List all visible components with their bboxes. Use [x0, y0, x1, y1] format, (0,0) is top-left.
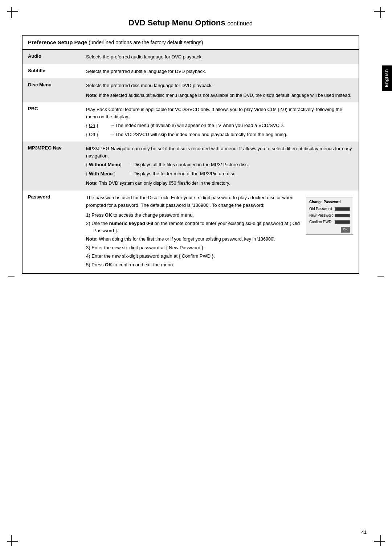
corner-mark-bl-h [7, 541, 18, 542]
side-dash-right [377, 276, 384, 277]
option-label-mp3jpeg: MP3/JPEG Nav [23, 142, 81, 191]
mp3jpeg-option-with: { With Menu } – Displays the folder menu… [86, 170, 353, 177]
pbc-option-on: { On } – The index menu (if available) w… [86, 122, 353, 129]
option-desc-subtitle: Selects the preferred subtitle language … [81, 64, 359, 79]
option-label-discmenu: Disc Menu [23, 78, 81, 102]
ok-button[interactable]: OK [341, 227, 350, 233]
corner-mark-bl-v [11, 535, 12, 546]
list-item: 5) Press OK to confirm and exit the menu… [86, 261, 301, 269]
change-password-ui: Change Password Old Password New Passwor… [306, 194, 353, 270]
change-password-dialog: Change Password Old Password New Passwor… [306, 197, 353, 235]
new-password-row: New Password [309, 213, 350, 218]
pbc-option-off: { Off } – The VCD/SVCD will skip the ind… [86, 131, 353, 138]
list-item: 2) Use the numeric keypad 0-9 on the rem… [86, 220, 301, 234]
section-header-note: (underlined options are the factory defa… [89, 40, 203, 45]
table-row: Disc Menu Selects the preferred disc men… [23, 78, 359, 102]
new-password-input [335, 214, 350, 217]
table-row: PBC Play Back Control feature is applica… [23, 102, 359, 142]
corner-mark-tl-h [7, 11, 18, 12]
section-header-bold: Preference Setup Page [28, 39, 87, 45]
discmenu-note: Note: If the selected audio/subtitle/dis… [86, 92, 353, 99]
password-text: The password is used for the Disc Lock. … [86, 194, 301, 270]
confirm-pwd-input [335, 220, 350, 224]
table-row: Password The password is used for the Di… [23, 191, 359, 273]
option-desc-audio: Selects the preferred audio language for… [81, 50, 359, 64]
list-item: Note: When doing this for the first time… [86, 235, 301, 243]
corner-mark-br-h [374, 541, 385, 542]
old-password-input [335, 207, 350, 211]
page-number: 41 [362, 529, 367, 535]
table-row: Subtitle Selects the preferred subtitle … [23, 64, 359, 79]
change-password-title: Change Password [309, 199, 350, 205]
confirm-pwd-row: Confirm PWD [309, 219, 350, 225]
option-label-subtitle: Subtitle [23, 64, 81, 79]
mp3jpeg-note: Note: This DVD system can only display 6… [86, 180, 353, 187]
list-item: 1) Press OK to access the change passwor… [86, 212, 301, 219]
option-desc-password: The password is used for the Disc Lock. … [81, 191, 359, 273]
option-desc-mp3jpeg: MP3/JPEG Navigator can only be set if th… [81, 142, 359, 191]
option-label-pbc: PBC [23, 102, 81, 142]
corner-mark-tr-h [374, 11, 385, 12]
ok-button-container: OK [309, 226, 350, 233]
option-desc-discmenu: Selects the preferred disc menu language… [81, 78, 359, 102]
mp3jpeg-option-without: { Without Menu} – Displays all the files… [86, 161, 353, 168]
password-steps: 1) Press OK to access the change passwor… [86, 212, 301, 269]
option-label-password: Password [23, 191, 81, 273]
main-box: Preference Setup Page (underlined option… [22, 35, 359, 274]
option-desc-pbc: Play Back Control feature is applicable … [81, 102, 359, 142]
page-wrapper: English 41 DVD Setup Menu Options contin… [0, 0, 392, 553]
corner-mark-br-v [380, 535, 381, 546]
section-header: Preference Setup Page (underlined option… [23, 36, 359, 50]
list-item: 4) Enter the new six-digit password agai… [86, 253, 301, 260]
old-password-label: Old Password [309, 206, 335, 212]
content-area: DVD Setup Menu Options continued Prefere… [22, 18, 359, 274]
table-row: Audio Selects the preferred audio langua… [23, 50, 359, 64]
list-item: 3) Enter the new six-digit password at {… [86, 244, 301, 251]
corner-mark-tl-v [11, 7, 12, 18]
page-title: DVD Setup Menu Options continued [22, 18, 359, 28]
option-label-audio: Audio [23, 50, 81, 64]
old-password-row: Old Password [309, 206, 350, 212]
new-password-label: New Password [309, 213, 335, 218]
corner-mark-tr-v [380, 7, 381, 18]
language-tab: English [382, 65, 392, 91]
side-dash-left [8, 276, 15, 277]
options-table: Audio Selects the preferred audio langua… [23, 50, 359, 273]
password-cell: The password is used for the Disc Lock. … [86, 194, 353, 270]
table-row: MP3/JPEG Nav MP3/JPEG Navigator can only… [23, 142, 359, 191]
confirm-pwd-label: Confirm PWD [309, 219, 335, 225]
